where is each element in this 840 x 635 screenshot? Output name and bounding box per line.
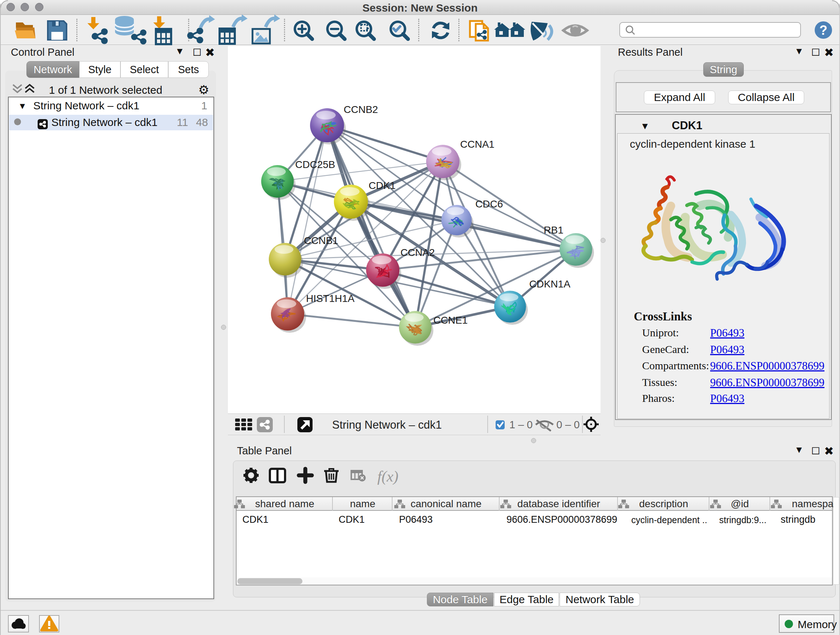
svg-text:String Network – cdk1: String Network – cdk1 — [332, 418, 442, 431]
svg-text:0 – 0: 0 – 0 — [556, 419, 580, 431]
svg-text:f(x): f(x) — [377, 468, 398, 485]
svg-text:1 – 0: 1 – 0 — [509, 419, 533, 431]
svg-text:?: ? — [819, 23, 827, 38]
